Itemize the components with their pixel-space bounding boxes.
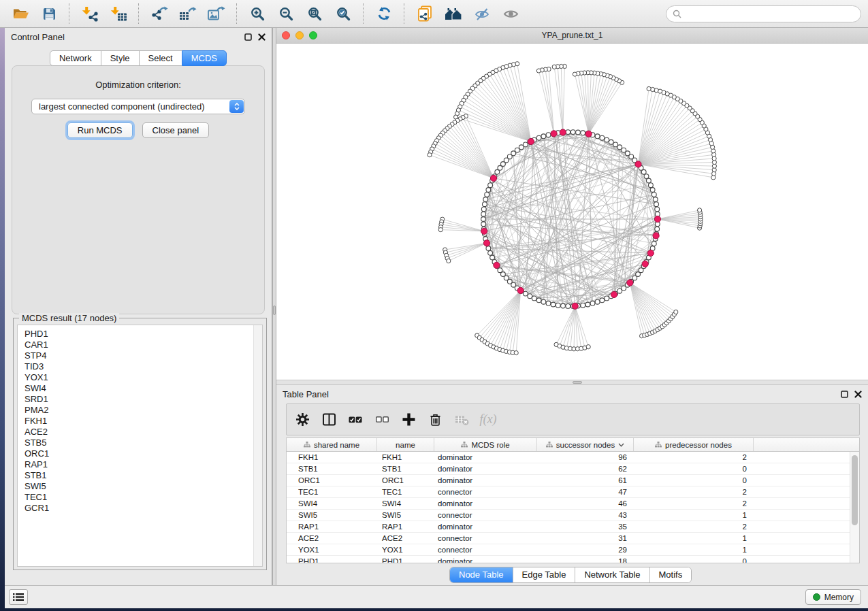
mcds-result-item[interactable]: STP4 [18, 350, 262, 361]
network-node[interactable] [486, 188, 491, 193]
network-node[interactable] [600, 135, 605, 140]
tab-style[interactable]: Style [101, 50, 140, 66]
mcds-node[interactable] [494, 262, 500, 268]
mcds-node[interactable] [560, 129, 566, 135]
column-layout-button[interactable] [321, 412, 336, 427]
table-row[interactable]: YOX1YOX1connector291 [287, 544, 859, 556]
network-node[interactable] [515, 148, 519, 152]
import-network-button[interactable] [76, 2, 103, 25]
table-row[interactable]: PHD1PHD1dominator180 [287, 556, 859, 563]
mcds-result-item[interactable]: SRD1 [18, 394, 262, 405]
network-node[interactable] [511, 282, 516, 287]
mcds-result-item[interactable]: ACE2 [18, 427, 262, 437]
table-row[interactable]: TEC1TEC1connector472 [287, 486, 859, 498]
zoom-in-button[interactable] [244, 2, 271, 25]
network-node[interactable] [486, 246, 491, 251]
leaf-node[interactable] [428, 153, 432, 157]
add-column-button[interactable] [401, 412, 416, 427]
mcds-result-item[interactable]: TID3 [18, 361, 262, 372]
network-node[interactable] [641, 169, 646, 174]
column-header-predecessor-nodes[interactable]: predecessor nodes [634, 438, 754, 451]
table-scrollbar-thumb[interactable] [852, 455, 858, 525]
mcds-node[interactable] [642, 261, 648, 267]
network-node[interactable] [501, 162, 506, 167]
network-canvas[interactable] [276, 44, 868, 380]
tab-motifs[interactable]: Motifs [650, 567, 692, 582]
mcds-node[interactable] [627, 280, 633, 286]
search-input[interactable] [685, 8, 854, 19]
mcds-result-item[interactable]: SWI4 [18, 383, 262, 394]
network-node[interactable] [576, 130, 581, 135]
mcds-node[interactable] [654, 216, 660, 222]
mcds-result-item[interactable]: PHD1 [18, 329, 262, 340]
network-node[interactable] [561, 303, 566, 308]
mcds-node[interactable] [653, 233, 659, 239]
network-node[interactable] [570, 130, 575, 135]
network-node[interactable] [595, 299, 600, 304]
network-node[interactable] [613, 142, 618, 147]
network-node[interactable] [541, 134, 546, 139]
mcds-node[interactable] [572, 303, 578, 309]
table-row[interactable]: STB1STB1dominator620 [287, 463, 859, 475]
tab-node-table[interactable]: Node Table [450, 567, 513, 582]
mcds-result-item[interactable]: FKH1 [18, 416, 262, 427]
mcds-result-item[interactable]: STB1 [18, 470, 262, 481]
network-node[interactable] [485, 193, 489, 197]
network-node[interactable] [483, 197, 488, 202]
network-node[interactable] [546, 301, 551, 306]
network-node[interactable] [498, 165, 502, 170]
refresh-button[interactable] [370, 2, 398, 25]
network-node[interactable] [556, 303, 560, 308]
column-header-shared-name[interactable]: shared name [287, 438, 377, 451]
close-panel-button[interactable]: Close panel [142, 122, 210, 138]
deselect-all-button[interactable] [374, 412, 389, 427]
mcds-result-item[interactable]: STB5 [18, 437, 262, 448]
leaf-node[interactable] [552, 65, 556, 69]
mcds-result-item[interactable]: GCR1 [18, 503, 262, 514]
network-node[interactable] [498, 268, 502, 273]
network-node[interactable] [488, 250, 493, 255]
mcds-node[interactable] [483, 240, 489, 246]
mcds-node[interactable] [551, 131, 557, 137]
mcds-result-list[interactable]: PHD1CAR1STP4TID3YOX1SWI4SRD1PMA2FKH1ACE2… [17, 325, 263, 567]
column-header-mcds-role[interactable]: MCDS role [434, 438, 537, 451]
network-node[interactable] [605, 137, 609, 142]
open-button[interactable] [7, 2, 34, 25]
network-node[interactable] [622, 148, 626, 152]
network-node[interactable] [644, 174, 649, 179]
close-icon[interactable] [258, 33, 266, 41]
network-node[interactable] [528, 294, 532, 299]
show-selected-button[interactable] [497, 2, 524, 25]
network-node[interactable] [639, 268, 643, 273]
mcds-result-item[interactable]: PMA2 [18, 405, 262, 416]
tab-network-table[interactable]: Network Table [575, 567, 649, 582]
network-node[interactable] [481, 207, 486, 212]
run-mcds-button[interactable]: Run MCDS [67, 122, 133, 138]
window-close-button[interactable] [282, 31, 290, 39]
network-node[interactable] [532, 296, 536, 301]
save-button[interactable] [35, 2, 63, 25]
network-node[interactable] [650, 188, 655, 193]
network-node[interactable] [490, 255, 495, 260]
delete-column-button[interactable] [428, 412, 443, 427]
network-node[interactable] [581, 303, 585, 308]
network-node[interactable] [617, 288, 622, 293]
network-node[interactable] [524, 142, 528, 147]
mcds-result-item[interactable]: CAR1 [18, 340, 262, 350]
tab-network[interactable]: Network [50, 50, 101, 66]
settings-gear-button[interactable] [295, 412, 310, 427]
splitter-handle[interactable] [573, 381, 582, 384]
leaf-node[interactable] [536, 69, 541, 73]
network-node[interactable] [504, 158, 509, 163]
network-node[interactable] [551, 302, 556, 307]
network-node[interactable] [585, 302, 590, 307]
network-node[interactable] [519, 145, 524, 150]
horizontal-splitter[interactable] [276, 380, 868, 385]
export-table-button[interactable] [174, 2, 202, 25]
network-node[interactable] [595, 134, 600, 139]
mcds-node[interactable] [585, 131, 592, 137]
zoom-fit-button[interactable] [301, 2, 328, 25]
mcds-node[interactable] [517, 287, 524, 293]
network-node[interactable] [600, 298, 605, 303]
table-row[interactable]: ORC1ORC1dominator610 [287, 475, 859, 486]
